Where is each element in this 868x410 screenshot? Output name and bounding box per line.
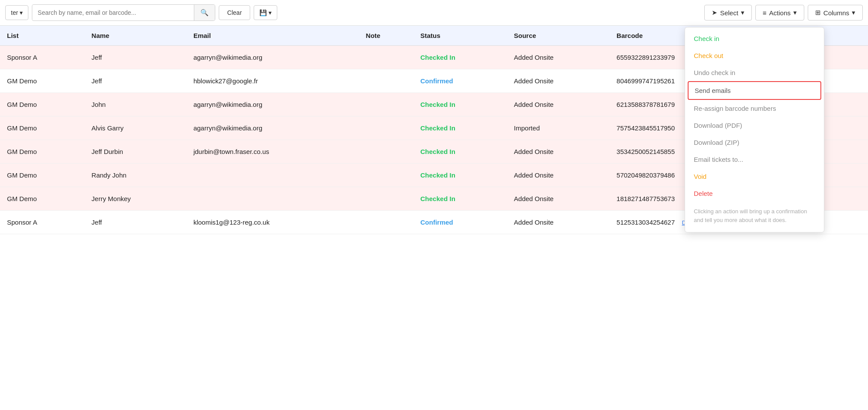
dropdown-item-send-emails[interactable]: Send emails	[688, 81, 821, 100]
cell-source: Added Onsite	[507, 140, 610, 164]
chevron-down-icon: ▾	[852, 9, 855, 17]
cell-email	[186, 187, 359, 211]
cell-source: Added Onsite	[507, 69, 610, 93]
cell-name: Jeff	[85, 211, 186, 234]
dropdown-item-email-tickets-to...[interactable]: Email tickets to...	[685, 151, 824, 168]
cell-name: Randy John	[85, 164, 186, 187]
cell-list: GM Demo	[0, 164, 85, 187]
filter-label: ter	[11, 9, 18, 16]
columns-button[interactable]: ⊞ Columns ▾	[808, 5, 863, 20]
chevron-down-icon: ▾	[20, 9, 23, 16]
cell-list: Sponsor A	[0, 46, 85, 69]
dropdown-item-download-(zip)[interactable]: Download (ZIP)	[685, 134, 824, 151]
dropdown-item-check-out[interactable]: Check out	[685, 47, 824, 64]
cell-list: GM Demo	[0, 140, 85, 164]
cell-source: Added Onsite	[507, 211, 610, 234]
dropdown-item-void[interactable]: Void	[685, 168, 824, 185]
cell-list: Sponsor A	[0, 211, 85, 234]
cell-name: Jerry Monkey	[85, 187, 186, 211]
cell-source: Imported	[507, 116, 610, 140]
save-button[interactable]: 💾 ▾	[254, 5, 277, 20]
save-icon: 💾	[259, 9, 267, 16]
cell-status: Checked In	[413, 46, 507, 69]
cell-email: agarryn@wikimedia.org	[186, 93, 359, 116]
cell-status: Checked In	[413, 164, 507, 187]
list-icon: ≡	[763, 9, 767, 17]
actions-button[interactable]: ≡ Actions ▾	[755, 5, 804, 20]
col-status: Status	[413, 26, 507, 46]
cursor-icon: ➤	[712, 9, 717, 17]
cell-name: Jeff Durbin	[85, 140, 186, 164]
cell-email	[186, 164, 359, 187]
col-list: List	[0, 26, 85, 46]
chevron-down-icon: ▾	[269, 9, 272, 16]
cell-note	[359, 211, 413, 234]
search-input[interactable]	[32, 5, 194, 20]
dropdown-footer: Clicking an action will bring up a confi…	[685, 202, 824, 229]
cell-email: agarryn@wikimedia.org	[186, 116, 359, 140]
search-icon: 🔍	[200, 9, 209, 16]
cell-status: Checked In	[413, 93, 507, 116]
cell-note	[359, 140, 413, 164]
search-wrapper: 🔍	[32, 4, 215, 21]
cell-source: Added Onsite	[507, 46, 610, 69]
cell-note	[359, 46, 413, 69]
cell-list: GM Demo	[0, 93, 85, 116]
chevron-down-icon: ▾	[793, 9, 797, 17]
cell-name: Jeff	[85, 46, 186, 69]
cell-list: GM Demo	[0, 69, 85, 93]
cell-email: hblowick27@google.fr	[186, 69, 359, 93]
cell-name: Jeff	[85, 69, 186, 93]
filter-button[interactable]: ter ▾	[5, 5, 28, 20]
cell-status: Checked In	[413, 140, 507, 164]
cell-source: Added Onsite	[507, 187, 610, 211]
cell-name: John	[85, 93, 186, 116]
col-note: Note	[359, 26, 413, 46]
col-email: Email	[186, 26, 359, 46]
cell-status: Confirmed	[413, 211, 507, 234]
cell-email: agarryn@wikimedia.org	[186, 46, 359, 69]
dropdown-item-undo-check-in[interactable]: Undo check in	[685, 64, 824, 81]
dropdown-item-delete[interactable]: Delete	[685, 185, 824, 202]
cell-status: Confirmed	[413, 69, 507, 93]
col-name: Name	[85, 26, 186, 46]
cell-email: jdurbin@town.fraser.co.us	[186, 140, 359, 164]
cell-note	[359, 164, 413, 187]
col-source: Source	[507, 26, 610, 46]
actions-dropdown: Check inCheck outUndo check inSend email…	[685, 27, 824, 232]
cell-note	[359, 116, 413, 140]
search-button[interactable]: 🔍	[194, 5, 215, 20]
dropdown-item-re-assign-barcode-numbers[interactable]: Re-assign barcode numbers	[685, 100, 824, 117]
cell-source: Added Onsite	[507, 164, 610, 187]
cell-source: Added Onsite	[507, 93, 610, 116]
toolbar: ter ▾ 🔍 Clear 💾 ▾ ➤ Select ▾ ≡ Actions ▾…	[0, 0, 868, 26]
cell-email: kloomis1g@123-reg.co.uk	[186, 211, 359, 234]
cell-note	[359, 187, 413, 211]
chevron-down-icon: ▾	[741, 9, 744, 17]
cell-note	[359, 93, 413, 116]
cell-note	[359, 69, 413, 93]
clear-button[interactable]: Clear	[219, 5, 250, 20]
select-button[interactable]: ➤ Select ▾	[704, 5, 752, 20]
cell-status: Checked In	[413, 116, 507, 140]
cell-name: Alvis Garry	[85, 116, 186, 140]
grid-icon: ⊞	[815, 9, 821, 17]
dropdown-item-download-(pdf)[interactable]: Download (PDF)	[685, 117, 824, 134]
cell-list: GM Demo	[0, 187, 85, 211]
dropdown-item-check-in[interactable]: Check in	[685, 30, 824, 47]
cell-list: GM Demo	[0, 116, 85, 140]
cell-status: Checked In	[413, 187, 507, 211]
